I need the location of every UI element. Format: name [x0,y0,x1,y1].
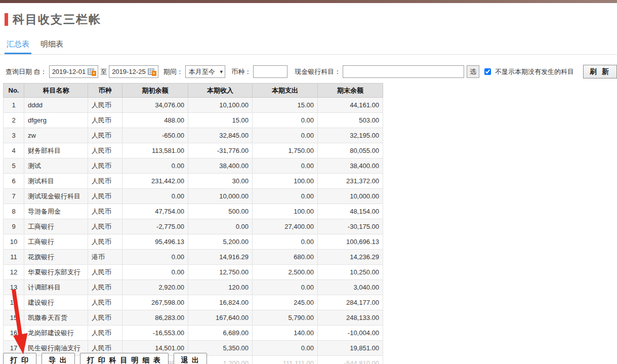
table-row: 6测试科目人民币231,442.0030.00100.00231,372.00 [4,174,383,189]
cell-closing: 10,000.00 [318,189,383,204]
hide-empty-checkbox[interactable] [484,68,491,75]
cell-expense: 0.00 [253,128,318,143]
cell-no: 15 [4,310,24,326]
cell-opening: -650.00 [122,128,188,143]
cell-income: 167,640.00 [188,310,253,326]
date-from-field[interactable]: 2019-12-01 ▾ [49,65,99,78]
cell-no: 7 [4,189,24,204]
cell-currency: 人民币 [88,280,122,295]
cell-closing: -30,175.00 [318,219,383,234]
cell-expense: 0.00 [253,234,318,250]
cell-income: 32,845.00 [188,128,253,143]
cell-income: 5,200.00 [188,234,253,250]
cell-opening: 34,076.00 [122,98,188,113]
cell-income: 10,100.00 [188,98,253,113]
refresh-button[interactable]: 刷 新 [583,65,617,78]
cell-income: -31,776.00 [188,143,253,158]
cell-closing: 38,400.00 [318,158,383,174]
cell-expense: 2,500.00 [253,265,318,280]
cell-closing: 80,055.00 [318,143,383,158]
cell-closing: 248,133.00 [318,310,383,326]
calendar-icon[interactable]: ▾ [148,68,156,76]
table-row: 8导游备用金人民币47,754.00500.00100.0048,154.00 [4,204,383,219]
cell-income: 120.00 [188,280,253,295]
cell-closing: 48,154.00 [318,204,383,219]
cell-opening: 86,283.00 [122,310,188,326]
cell-income: 15.00 [188,113,253,128]
page-header: 科目收支三栏帐 [5,12,617,27]
print-button[interactable]: 打 印 [3,353,36,364]
cell-no: 9 [4,219,24,234]
cell-currency: 人民币 [88,189,122,204]
cell-no: 5 [4,158,24,174]
column-header: 币种 [88,84,122,98]
cell-no: 3 [4,128,24,143]
footer-button-bar: 打 印 导 出 打 印 科 目 明 细 表 退 出 [3,353,207,364]
cell-closing: 284,177.00 [318,295,383,310]
tab-summary[interactable]: 汇总表 [5,39,31,54]
tab-detail[interactable]: 明细表 [38,39,65,54]
page-title: 科目收支三栏帐 [13,12,101,27]
print-subject-detail-button[interactable]: 打 印 科 目 明 细 表 [80,353,169,364]
cell-closing: 503.00 [318,113,383,128]
table-row: 16龙岗部建设银行人民币-16,553.006,689.00140.00-10,… [4,326,383,341]
cell-name: 测试 [24,158,88,174]
cell-name: 工商银行 [24,219,88,234]
pick-subject-button[interactable]: 选 [467,65,479,78]
calendar-icon[interactable]: ▾ [88,68,96,76]
cell-no: 13 [4,280,24,295]
cell-name: dddd [24,98,88,113]
cell-income: 38,400.00 [188,158,253,174]
cell-currency: 人民币 [88,234,122,250]
cell-no: 8 [4,204,24,219]
date-from-value: 2019-12-01 [52,68,86,75]
cell-opening: 95,496.13 [122,234,188,250]
calendar-dropdown-arrow-icon: ▾ [92,71,96,76]
column-header: 本期收入 [188,84,253,98]
cell-income: 12,750.00 [188,265,253,280]
cell-income: 10,000.00 [188,189,253,204]
export-button[interactable]: 导 出 [42,353,75,364]
cell-expense: 0.00 [253,113,318,128]
cell-closing: 231,372.00 [318,174,383,189]
query-date-label: 查询日期 自： [6,67,47,76]
date-to-field[interactable]: 2019-12-25 ▾ [109,65,158,78]
cell-no: 6 [4,174,24,189]
period-select-value: 本月至今 [189,67,215,76]
table-row: 14建设银行人民币267,598.0016,824.00245.00284,17… [4,295,383,310]
cell-name: zw [24,128,88,143]
to-label: 至 [100,67,107,76]
cell-income: 500.00 [188,204,253,219]
cell-opening: -16,553.00 [122,326,188,341]
cell-closing: 3,040.00 [318,280,383,295]
cash-bank-input[interactable] [343,65,464,78]
cell-currency: 人民币 [88,219,122,234]
cell-name: 凯撒春天百货 [24,310,88,326]
cell-name: 工商银行 [24,234,88,250]
cell-expense: 0.00 [253,158,318,174]
table-row: 1dddd人民币34,076.0010,100.0015.0044,161.00 [4,98,383,113]
cell-name: 建设银行 [24,295,88,310]
cell-expense: 0.00 [253,341,318,356]
table-row: 5测试人民币0.0038,400.000.0038,400.00 [4,158,383,174]
cell-opening: -2,775.00 [122,219,188,234]
table-row: 3zw人民币-650.0032,845.000.0032,195.00 [4,128,383,143]
cell-closing: -10,004.00 [318,326,383,341]
cell-closing: 100,696.13 [318,234,383,250]
cell-expense: 0.00 [253,189,318,204]
cell-no: 10 [4,234,24,250]
cell-opening: 0.00 [122,189,188,204]
cell-expense: 111,111.00 [253,356,318,364]
cell-opening: 0.00 [122,250,188,265]
cell-expense: 245.00 [253,295,318,310]
period-select[interactable]: 本月至今 ▼ [185,65,226,78]
cell-income: 14,916.29 [188,250,253,265]
column-header: 科目名称 [24,84,88,98]
cell-name: 财务部科目 [24,143,88,158]
exit-button[interactable]: 退 出 [174,353,207,364]
currency-input[interactable] [253,65,287,78]
cell-opening: 0.00 [122,158,188,174]
cell-currency: 人民币 [88,295,122,310]
cell-income: 0.00 [188,219,253,234]
cell-closing: 44,161.00 [318,98,383,113]
